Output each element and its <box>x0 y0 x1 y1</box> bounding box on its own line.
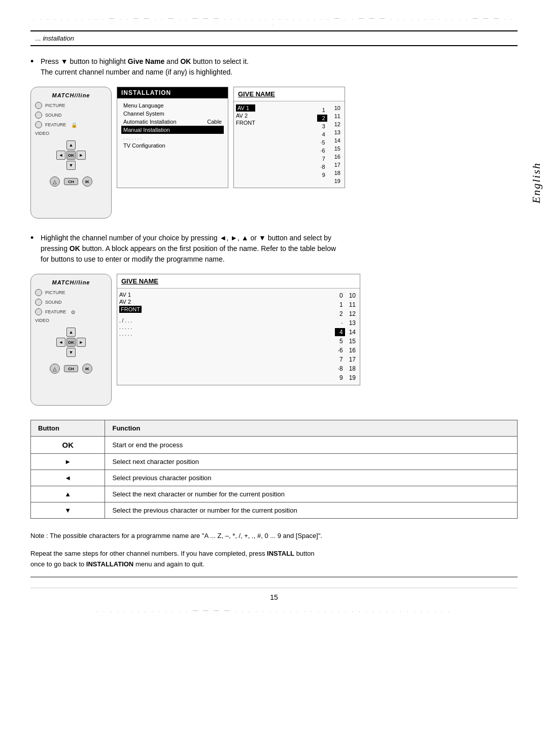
nav-arrows: ◄, ►, ▲ or ▼ <box>220 234 266 242</box>
num-8: ·8 <box>317 163 327 170</box>
number-col2-1: 10 11 12 13 14 15 16 17 18 19 <box>347 292 358 382</box>
repeat-rest: button <box>294 550 315 557</box>
remote-picture-row: PICTURE <box>35 102 107 109</box>
num2-18: 18 <box>347 365 358 373</box>
table-cell-ok-btn: OK <box>31 437 105 454</box>
num-3: 3 <box>317 123 327 130</box>
channel2-extra3: . . . . . <box>119 331 142 337</box>
remote-video-row: VIDEO <box>35 131 107 136</box>
remote-feature-label: FEATURE <box>45 122 66 127</box>
table-row-left: ◄ Select previous character position <box>31 470 518 486</box>
remote-ok-btn2: IK <box>82 176 92 187</box>
remote2-vol-btn: △ <box>50 364 60 374</box>
channel2-av1: AV 1 <box>119 292 142 298</box>
num2-17: 17 <box>347 355 358 364</box>
table-row-down: ▼ Select the previous character or numbe… <box>31 502 518 519</box>
num-4: 4 <box>317 131 327 138</box>
remote-feature-row: FEATURE 🔒 <box>35 121 107 128</box>
remote2-video-label: VIDEO <box>35 318 55 323</box>
give-name-channels-col: AV 1 AV 2 FRONT <box>236 104 255 185</box>
num2-14: 14 <box>347 328 358 336</box>
remote2-ok-btn2: IK <box>82 364 92 374</box>
ok2-tr <box>77 328 86 337</box>
pressing-text: pressing <box>41 244 70 253</box>
num2-dot: · <box>335 319 345 327</box>
repeat-text-start: Repeat the same steps for other channel … <box>30 550 267 557</box>
num-7: 7 <box>317 155 327 162</box>
press-label: Press <box>41 57 59 65</box>
give-name-channels-col-2: AV 1 AV 2 FRONT . / . . . . . . . . . . … <box>119 292 142 382</box>
remote2-right-arrow: ► <box>77 338 86 347</box>
illustration-row-2: MATCH//line PICTURE SOUND FEATURE ⊙ VIDE… <box>30 274 518 406</box>
bullet-item-1: • Press ▼ button to highlight Give Name … <box>30 56 518 78</box>
table-cell-up-fn: Select the next character or number for … <box>105 486 518 502</box>
remote-picture-btn <box>35 102 42 109</box>
num2-9: 9 <box>335 374 345 382</box>
num-blank <box>317 104 327 105</box>
remote-sound-label: SOUND <box>45 113 65 118</box>
bullet-dot-2: • <box>30 233 41 265</box>
number-col-1: 1 2 3 4 ·5 ·6 7 ·8 9 <box>317 104 327 185</box>
num-10: 10 <box>332 104 342 112</box>
line2-label: The current channel number and name (if … <box>41 68 232 76</box>
bullet-text-1: Press ▼ button to highlight Give Name an… <box>41 56 518 78</box>
give-name-body-2: AV 1 AV 2 FRONT . / . . . . . . . . . . … <box>117 289 360 385</box>
installation-menu-panel: INSTALLATION Menu Language Channel Syste… <box>117 87 228 188</box>
remote-feature-icon: 🔒 <box>71 122 77 128</box>
button-to-highlight: button to highlight <box>70 57 127 65</box>
down-arrow-symbol: ▼ <box>61 57 70 65</box>
table-cell-right-fn: Select next character position <box>105 454 518 470</box>
table-row-ok: OK Start or end the process <box>31 437 518 454</box>
bottom-decoration: . . . . . . . . . . . . . . — — — — . . … <box>30 607 518 613</box>
table-cell-left-btn: ◄ <box>31 470 105 486</box>
num2-1: 1 <box>335 301 345 309</box>
ok2-br <box>77 348 86 357</box>
num2-11: 11 <box>347 301 358 309</box>
bottom-divider <box>30 577 518 578</box>
remote-sound-row: SOUND <box>35 112 107 119</box>
channel2-extra1: . / . . . <box>119 318 142 323</box>
ok-label-2: OK <box>70 244 80 253</box>
menu-item-dots: . . . . . . . <box>121 134 224 141</box>
remote2-picture-btn <box>35 289 42 296</box>
channel2-front: FRONT <box>119 306 142 313</box>
channel-front: FRONT <box>236 120 255 126</box>
remote-left-arrow: ◄ <box>56 151 65 160</box>
line1-end: button and select by <box>266 234 331 242</box>
remote2-sound-row: SOUND <box>35 299 107 306</box>
and-label: and <box>164 57 180 65</box>
remote-brand-2: MATCH//line <box>52 279 90 285</box>
note-text: Note : The possible characters for a pro… <box>30 531 518 542</box>
bullet-dot-1: • <box>30 56 41 78</box>
give-name-header-1: GIVE NAME <box>234 87 345 101</box>
table-header-button: Button <box>31 420 105 437</box>
num-16: 16 <box>332 153 342 160</box>
bullet-item-2: • Highlight the channel number of your c… <box>30 233 518 265</box>
remote-vol-btn: △ <box>50 176 60 187</box>
menu-item-manual-install: Manual Installation <box>121 126 224 134</box>
bullet-text-2: Highlight the channel number of your cho… <box>41 233 518 265</box>
num2-0: 0 <box>335 292 345 300</box>
num-15: 15 <box>332 145 342 152</box>
number-col2-0: 0 1 2 · 4 5 ·6 7 ·8 9 <box>335 292 345 382</box>
remote2-picture-label: PICTURE <box>45 290 65 295</box>
remote-ok-center: OK <box>66 151 76 160</box>
remote-right-arrow: ► <box>77 151 86 160</box>
give-name-numbers-1: 1 2 3 4 ·5 ·6 7 ·8 9 10 11 12 13 <box>317 104 342 185</box>
install-label: INSTALL <box>267 550 294 557</box>
remote2-down-arrow: ▼ <box>66 348 76 357</box>
num-18: 18 <box>332 169 342 176</box>
section-header: ... installation <box>30 30 518 46</box>
remote2-feature-row: FEATURE ⊙ <box>35 308 107 315</box>
button-function-table: Button Function OK Start or end the proc… <box>30 420 518 519</box>
table-row-up: ▲ Select the next character or number fo… <box>31 486 518 502</box>
channel2-av2: AV 2 <box>119 299 142 305</box>
remote-ch-btn: CH <box>64 178 78 185</box>
installation-menu-body: Menu Language Channel System Automatic I… <box>117 98 228 153</box>
table-cell-ok-fn: Start or end the process <box>105 437 518 454</box>
num-14: 14 <box>332 137 342 144</box>
give-name-header-2: GIVE NAME <box>117 274 360 289</box>
num-1: 1 <box>317 106 327 114</box>
remote-ok-block: ▲ ◄ OK ► ▼ <box>56 140 86 170</box>
menu-item-channel-system: Channel System <box>121 110 224 118</box>
